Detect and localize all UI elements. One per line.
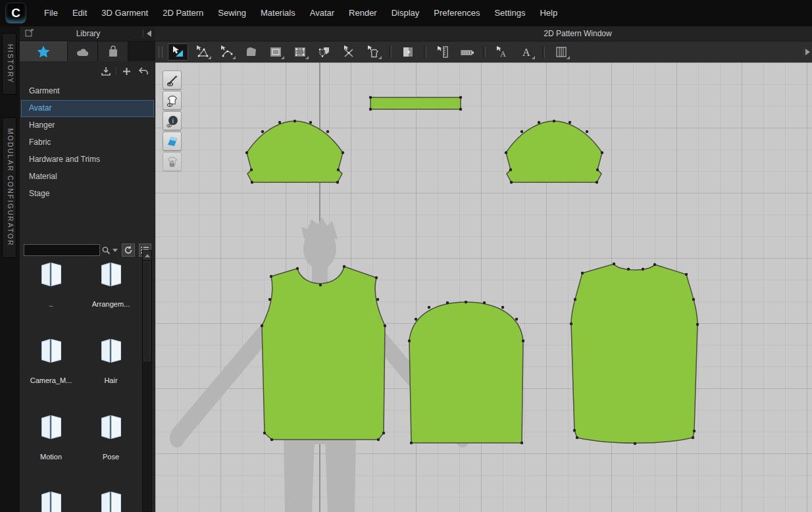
triangle-up-icon bbox=[145, 254, 150, 257]
library-panel: Library bbox=[20, 26, 156, 512]
dart-tool-icon[interactable] bbox=[314, 43, 334, 61]
divider bbox=[143, 30, 143, 38]
menu-bar: C File Edit 3D Garment 2D Pattern Sewing… bbox=[0, 0, 812, 27]
pattern-piece-right-sleeve[interactable] bbox=[506, 121, 602, 182]
menu-settings[interactable]: Settings bbox=[487, 0, 532, 26]
fold-arrangement-tool-icon[interactable] bbox=[397, 43, 418, 61]
menu-materials[interactable]: Materials bbox=[253, 0, 303, 26]
folder-item-camera[interactable]: Camera_M... bbox=[21, 328, 81, 404]
library-actions bbox=[20, 61, 155, 80]
folder-icon bbox=[96, 413, 126, 441]
folder-icon bbox=[96, 261, 126, 288]
menu-2d-pattern[interactable]: 2D Pattern bbox=[155, 0, 211, 26]
app-logo[interactable]: C bbox=[5, 3, 26, 24]
folder-icon bbox=[36, 490, 66, 512]
show-pattern-mark-button[interactable] bbox=[163, 132, 182, 151]
lock-pattern-button[interactable] bbox=[163, 152, 182, 171]
category-hardware-and-trims[interactable]: Hardware and Trims bbox=[21, 151, 154, 168]
show-information-button[interactable]: i bbox=[163, 111, 182, 130]
add-point-tool-icon[interactable] bbox=[241, 43, 261, 61]
pattern-piece-front-bodice[interactable] bbox=[262, 267, 385, 440]
library-tabs bbox=[20, 41, 155, 61]
folder-item[interactable] bbox=[81, 480, 141, 512]
category-material[interactable]: Material bbox=[21, 168, 154, 186]
svg-text:i: i bbox=[172, 117, 174, 124]
pattern-window-titlebar[interactable]: 2D Pattern Window bbox=[155, 26, 812, 41]
rectangle-tool-icon[interactable] bbox=[265, 43, 286, 61]
menu-edit[interactable]: Edit bbox=[65, 0, 94, 26]
category-hanger[interactable]: Hanger bbox=[21, 117, 154, 134]
download-button[interactable] bbox=[99, 66, 113, 77]
tab-modular-configurator[interactable]: MODULAR CONFIGURATOR bbox=[2, 117, 16, 258]
folder-item-motion[interactable]: Motion bbox=[21, 404, 81, 480]
menu-help[interactable]: Help bbox=[532, 0, 565, 26]
pattern-piece-hood-panel[interactable] bbox=[409, 302, 523, 443]
polygon-internal-tool-icon[interactable] bbox=[290, 43, 310, 61]
popout-icon[interactable] bbox=[25, 28, 34, 39]
folder-icon bbox=[36, 337, 66, 365]
dropdown-corner-icon bbox=[232, 56, 236, 59]
collapse-panel-icon[interactable] bbox=[147, 30, 151, 37]
divider bbox=[116, 67, 116, 75]
back-button[interactable] bbox=[136, 66, 149, 77]
folder-item-up[interactable]: .. bbox=[21, 251, 81, 328]
application-window: C File Edit 3D Garment 2D Pattern Sewing… bbox=[0, 0, 812, 512]
menu-3d-garment[interactable]: 3D Garment bbox=[94, 0, 155, 26]
folder-label: .. bbox=[49, 300, 53, 308]
pattern-canvas[interactable]: i bbox=[155, 63, 812, 512]
star-icon bbox=[37, 45, 50, 58]
canvas-display-toolbar: i bbox=[163, 70, 182, 171]
menu-render[interactable]: Render bbox=[342, 0, 384, 26]
pattern-annotation-tool-icon[interactable]: A bbox=[516, 43, 536, 61]
library-folder-grid: .. Arrangem... Camera_M... bbox=[21, 251, 141, 512]
scroll-up-button[interactable] bbox=[143, 251, 151, 260]
library-category-list: Garment Avatar Hanger Fabric Hardware an… bbox=[20, 80, 155, 203]
edit-pattern-tool-icon[interactable] bbox=[192, 43, 213, 61]
pattern-piece-waistband-strip[interactable] bbox=[370, 97, 461, 109]
tape-measure-tool-icon[interactable] bbox=[457, 43, 477, 61]
folder-item-arrangement[interactable]: Arrangem... bbox=[81, 251, 141, 328]
svg-text:A: A bbox=[500, 49, 506, 59]
folder-item-hair[interactable]: Hair bbox=[81, 328, 141, 404]
toolbar-separator bbox=[424, 46, 426, 58]
shopping-bag-icon bbox=[108, 45, 118, 57]
add-button[interactable] bbox=[120, 66, 133, 77]
dropdown-corner-icon bbox=[208, 56, 211, 59]
cloud-icon bbox=[76, 47, 89, 57]
annotation-edit-tool-icon[interactable]: A bbox=[492, 43, 512, 61]
trace-tool-icon[interactable] bbox=[363, 43, 383, 61]
show-sewing-button[interactable] bbox=[163, 70, 182, 90]
grainline-tool-icon[interactable] bbox=[551, 43, 571, 61]
category-avatar[interactable]: Avatar bbox=[21, 100, 154, 117]
pattern-window: 2D Pattern Window bbox=[155, 26, 812, 512]
folder-item[interactable] bbox=[21, 480, 81, 512]
tab-history[interactable]: HISTORY bbox=[2, 33, 16, 95]
library-scrollbar[interactable] bbox=[142, 250, 152, 512]
pattern-window-title: 2D Pattern Window bbox=[544, 26, 611, 41]
pattern-piece-back-bodice[interactable] bbox=[571, 264, 698, 443]
menu-file[interactable]: File bbox=[37, 0, 65, 26]
tab-cloud[interactable] bbox=[68, 41, 98, 61]
transform-pattern-tool-icon[interactable] bbox=[168, 43, 188, 61]
show-silhouette-button[interactable] bbox=[163, 91, 182, 110]
folder-item-pose[interactable]: Pose bbox=[81, 404, 141, 480]
pattern-piece-left-sleeve[interactable] bbox=[247, 121, 343, 182]
category-fabric[interactable]: Fabric bbox=[21, 134, 154, 151]
category-garment[interactable]: Garment bbox=[21, 83, 154, 100]
tab-favorites[interactable] bbox=[20, 41, 68, 61]
folder-label: Arrangem... bbox=[92, 300, 130, 308]
category-stage[interactable]: Stage bbox=[21, 186, 154, 203]
tab-store[interactable] bbox=[98, 41, 128, 61]
menu-avatar[interactable]: Avatar bbox=[303, 0, 342, 26]
menu-preferences[interactable]: Preferences bbox=[426, 0, 487, 26]
divider bbox=[803, 48, 804, 56]
edit-measurement-tool-icon[interactable] bbox=[432, 43, 453, 61]
folder-label: Camera_M... bbox=[30, 376, 72, 384]
toolbar-overflow[interactable] bbox=[803, 48, 810, 56]
toolbar-handle[interactable] bbox=[159, 46, 163, 58]
scrollbar-thumb[interactable] bbox=[143, 261, 151, 361]
menu-sewing[interactable]: Sewing bbox=[211, 0, 253, 26]
edit-curvature-tool-icon[interactable] bbox=[216, 43, 237, 61]
menu-display[interactable]: Display bbox=[384, 0, 427, 26]
notch-tool-icon[interactable] bbox=[338, 43, 359, 61]
